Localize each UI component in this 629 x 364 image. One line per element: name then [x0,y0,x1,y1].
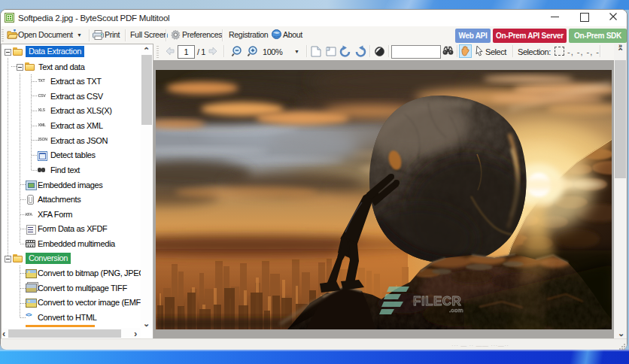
svg-text:.com: .com [449,307,463,314]
